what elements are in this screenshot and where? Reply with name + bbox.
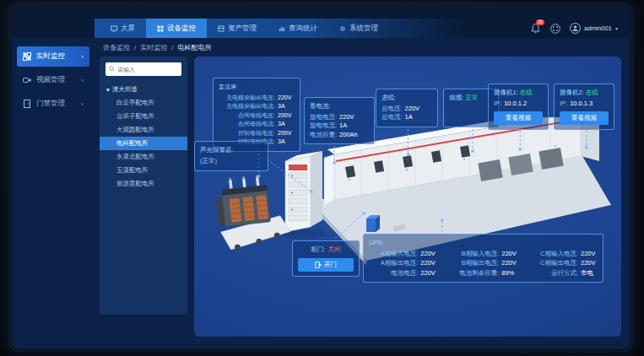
field-label: 充电模块输出电压: — [219, 94, 275, 103]
avatar — [570, 23, 581, 34]
fullscreen-icon[interactable] — [550, 24, 560, 34]
tab-device-monitoring[interactable]: 设备监控 — [146, 19, 207, 38]
transformer-model — [214, 172, 292, 251]
status-badge: 关闭 — [328, 245, 341, 255]
station-tree: ▾ 浦大街道 白云亭配电所 台班子配电所 大观园配电所 电科配电所 永康北配电所… — [100, 83, 187, 191]
panel-title: 蓄电池: — [310, 102, 369, 111]
panel-title: 声光报警器: — [200, 146, 262, 155]
field-value: 220V — [339, 113, 356, 122]
door-icon — [23, 100, 31, 108]
desktop-background: 大屏 设备监控 资产管理 查询统计 系统管理 — [0, 0, 644, 356]
tab-label: 系统管理 — [349, 24, 378, 34]
field-value: 220V — [581, 250, 598, 259]
tree-caret-icon: ▾ — [106, 86, 110, 94]
breadcrumb: 设备监控 / 实时监控 / 电科配电所 — [95, 38, 630, 57]
tab-label: 资产管理 — [228, 24, 257, 34]
tab-label: 设备监控 — [167, 24, 196, 34]
tab-system-management[interactable]: 系统管理 — [328, 19, 389, 38]
tree-item[interactable]: 永康北配电所 — [100, 150, 187, 164]
field-label: 运行方式: — [528, 269, 578, 278]
camera-icon — [23, 76, 31, 84]
field-value: 市电 — [581, 269, 598, 278]
tab-dashboard[interactable]: 大屏 — [100, 19, 146, 38]
person-icon — [571, 24, 579, 32]
field-label: A相输入电压: — [369, 250, 418, 259]
field-label: 充电模块输出电流: — [219, 102, 275, 111]
content-row: ▾ 浦大街道 白云亭配电所 台班子配电所 大观园配电所 电科配电所 永康北配电所… — [95, 57, 630, 337]
view-video-button[interactable]: 查看视频 — [494, 111, 543, 125]
panel-title: 摄像机1: 在线 — [494, 89, 543, 98]
nav-tabs: 大屏 设备监控 资产管理 查询统计 系统管理 — [100, 19, 389, 38]
primary-sidebar: 实时监控 › 视频管理 › 门禁管理 › — [12, 38, 95, 348]
breadcrumb-separator: / — [134, 44, 136, 51]
field-value: 200V — [278, 111, 295, 121]
field-label: A相输出电压: — [369, 259, 418, 268]
view-video-button[interactable]: 查看视频 — [560, 111, 609, 125]
ip-value: 10.0.1.2 — [504, 100, 527, 109]
tree-item[interactable]: 大观园配电所 — [100, 123, 187, 137]
screen-icon — [111, 25, 117, 32]
chevron-down-icon: ▾ — [615, 25, 618, 31]
field-label: 电池电压: — [369, 269, 418, 278]
breadcrumb-separator: / — [171, 44, 173, 51]
panel-title: 烟感: 正常 — [449, 94, 493, 103]
panel-title: 直流屏: — [219, 83, 295, 92]
tree-search — [100, 62, 187, 76]
field-label: C相输出电压: — [528, 259, 578, 268]
sidebar-item-video-management[interactable]: 视频管理 › — [17, 70, 89, 90]
breadcrumb-item[interactable]: 实时监控 — [140, 43, 167, 52]
field-value: 200Ah — [339, 131, 358, 140]
tree-item[interactable]: 新源里配电所 — [100, 177, 187, 191]
username-label: admin001 — [584, 24, 612, 32]
camera2-panel: 摄像机2: 在线 IP:10.0.1.3 查看视频 — [554, 84, 614, 130]
field-label: C相输入电压: — [528, 250, 578, 259]
top-navigation-bar: 大屏 设备监控 资产管理 查询统计 系统管理 — [12, 6, 630, 38]
field-value: 1A — [405, 113, 422, 122]
substation-3d-panel: 直流屏: 充电模块输出电压:220V 充电模块输出电流:3A 合闸母线电压:20… — [194, 57, 621, 337]
sidebar-item-realtime-monitoring[interactable]: 实时监控 › — [17, 46, 89, 67]
battery-panel: 蓄电池: 放电电压:220V 放电电流:1A 电池容量:200Ah — [304, 97, 375, 144]
panel-title: UPS: — [369, 239, 598, 248]
field-label: 放电电流: — [310, 121, 337, 131]
camera1-panel: 摄像机1: 在线 IP:10.0.1.2 查看视频 — [488, 84, 549, 130]
open-door-icon — [315, 262, 322, 268]
search-input[interactable] — [106, 62, 181, 76]
ip-value: 10.0.1.3 — [570, 100, 593, 109]
breadcrumb-item-current: 电科配电所 — [177, 43, 211, 52]
notification-badge: 25 — [536, 19, 544, 25]
box-icon — [218, 25, 225, 32]
field-value: 220V — [278, 94, 295, 103]
notifications-button[interactable]: 25 — [530, 23, 541, 35]
sidebar-item-label: 视频管理 — [36, 75, 65, 85]
field-label: B相输出电压: — [447, 259, 499, 268]
tree-item[interactable]: 台班子配电所 — [100, 110, 187, 123]
field-value: 200V — [278, 129, 295, 138]
monitor-icon — [23, 52, 31, 61]
ups-panel: UPS: A相输入电压:220V B相输入电压:220V C相输入电压:220V… — [363, 234, 603, 283]
user-menu[interactable]: admin001 ▾ — [570, 23, 618, 34]
field-value: 3A — [278, 120, 295, 129]
breadcrumb-item[interactable]: 设备监控 — [103, 43, 130, 52]
field-value: 220V — [420, 250, 437, 259]
tree-item-selected[interactable]: 电科配电所 — [100, 137, 187, 150]
field-label: 控制母线电压: — [219, 129, 275, 138]
field-value: 220V — [405, 105, 422, 114]
tree-item[interactable]: 玉溪配电所 — [100, 164, 187, 177]
tab-asset-management[interactable]: 资产管理 — [207, 19, 268, 38]
cabinet-door-panel: 柜门: 关闭 开门 — [292, 240, 360, 277]
panel-title: 进线: — [382, 94, 432, 103]
field-label: 放电电压: — [310, 113, 337, 122]
sound-light-alarm-panel: 声光报警器: (正常) — [194, 141, 268, 171]
open-door-button[interactable]: 开门 — [298, 258, 354, 272]
gear-icon — [339, 25, 346, 32]
tab-label: 查询统计 — [289, 24, 317, 34]
field-label: IP: — [560, 100, 567, 109]
monitor-grid-icon — [157, 25, 164, 32]
chevron-right-icon: › — [81, 100, 84, 108]
field-value: 220V — [501, 259, 518, 268]
sidebar-item-access-control[interactable]: 门禁管理 › — [17, 94, 89, 114]
field-value: 3A — [278, 138, 295, 147]
tree-parent-node[interactable]: ▾ 浦大街道 — [100, 83, 187, 96]
tab-query-statistics[interactable]: 查询统计 — [268, 19, 328, 38]
tree-item[interactable]: 白云亭配电所 — [100, 96, 187, 110]
